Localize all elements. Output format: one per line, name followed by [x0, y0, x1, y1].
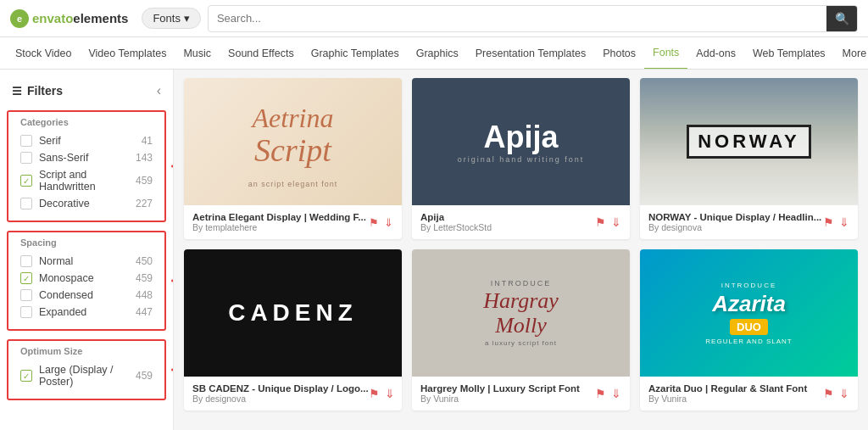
nav-item-photos[interactable]: Photos [594, 37, 644, 70]
filter-item-normal[interactable]: Normal 450 [20, 253, 153, 270]
card-norway-info: NORWAY - Unique Display / Headlin... By … [640, 205, 858, 239]
apija-display-text: Apija [458, 120, 585, 155]
chevron-down-icon: ▾ [184, 12, 190, 25]
search-bar: 🔍 [208, 5, 858, 32]
azarita-introduce-text: INTRODUCE [705, 282, 792, 289]
sidebar-title: ☰ Filters [12, 84, 63, 98]
cadenz-display-text: CADENZ [228, 299, 358, 327]
optimum-size-arrow-annotation: ➜ [170, 360, 174, 379]
filter-item-expanded[interactable]: Expanded 447 [20, 304, 153, 321]
azarita-display-text: Azarita [705, 291, 792, 317]
decorative-checkbox[interactable] [20, 198, 32, 209]
azarita-download-button[interactable]: ⇓ [839, 387, 849, 400]
card-apija-image: Apija original hand writing font [412, 78, 630, 205]
azarita-bookmark-button[interactable]: ⚑ [823, 387, 834, 400]
expanded-checkbox[interactable] [20, 306, 32, 318]
condensed-label: Condensed [39, 289, 93, 301]
monospace-count: 459 [136, 272, 153, 284]
search-button[interactable]: 🔍 [826, 5, 857, 32]
cadenz-bookmark-button[interactable]: ⚑ [369, 387, 380, 400]
spacing-arrow-annotation: ➜ [170, 271, 174, 290]
cadenz-download-button[interactable]: ⇓ [385, 387, 395, 400]
nav-item-graphic-templates[interactable]: Graphic Templates [303, 37, 408, 70]
nav-item-more-categories[interactable]: More Categories [834, 37, 868, 70]
condensed-count: 448 [136, 289, 153, 301]
monospace-checkbox[interactable]: ✓ [20, 272, 32, 284]
nav-bar: Stock Video Video Templates Music Sound … [0, 37, 868, 70]
filter-item-large-display[interactable]: ✓ Large (Display / Poster) 459 [20, 361, 153, 390]
hargray-bookmark-button[interactable]: ⚑ [595, 387, 606, 400]
card-aetrina-info: Aetrina Elegant Display | Wedding F... B… [184, 205, 402, 239]
category-label: Fonts [153, 12, 181, 25]
aetrina-bookmark-button[interactable]: ⚑ [369, 216, 379, 229]
large-display-checkbox[interactable]: ✓ [20, 370, 32, 382]
serif-label: Serif [39, 135, 61, 147]
search-input[interactable] [209, 12, 826, 25]
hargray-title: Hargrey Molly | Luxury Script Font [420, 383, 595, 394]
azarita-author: By Vunira [648, 394, 823, 404]
sans-serif-checkbox[interactable] [20, 152, 32, 164]
sans-serif-label: Sans-Serif [39, 152, 88, 164]
filter-item-script[interactable]: ✓ Script and Handwritten 459 [20, 166, 153, 195]
nav-item-addons[interactable]: Add-ons [687, 37, 744, 70]
filter-lines-icon: ☰ [12, 85, 22, 98]
content-area: AetrinaScript an script elegant font Aet… [174, 70, 868, 430]
card-hargray-image: INTRODUCE HargrayMolly a luxury script f… [412, 249, 630, 377]
apija-download-button[interactable]: ⇓ [611, 215, 621, 229]
card-hargray: INTRODUCE HargrayMolly a luxury script f… [412, 249, 630, 410]
script-label: Script and Handwritten [39, 169, 136, 193]
decorative-label: Decorative [39, 198, 90, 209]
card-aetrina: AetrinaScript an script elegant font Aet… [184, 78, 402, 239]
aetrina-download-button[interactable]: ⇓ [384, 216, 393, 229]
hargray-download-button[interactable]: ⇓ [611, 387, 621, 400]
normal-checkbox[interactable] [20, 255, 32, 267]
nav-item-graphics[interactable]: Graphics [408, 37, 467, 70]
nav-item-sound-effects[interactable]: Sound Effects [220, 37, 303, 70]
apija-bookmark-button[interactable]: ⚑ [595, 215, 606, 229]
card-aetrina-image: AetrinaScript an script elegant font [184, 78, 402, 205]
filter-item-serif[interactable]: Serif 41 [20, 132, 153, 149]
card-norway-image: NORWAY [640, 78, 858, 205]
nav-item-presentation-templates[interactable]: Presentation Templates [467, 37, 594, 70]
script-count: 459 [136, 175, 153, 187]
collapse-sidebar-button[interactable]: ‹ [157, 83, 161, 98]
card-azarita-info: Azarita Duo | Regular & Slant Font By Vu… [640, 377, 858, 410]
azarita-duo-badge: DUO [730, 319, 768, 335]
hargray-author: By Vunira [420, 394, 595, 404]
card-cadenz: CADENZ SB CADENZ - Unique Display / Logo… [184, 249, 402, 410]
nav-item-music[interactable]: Music [175, 37, 220, 70]
filter-item-sans-serif[interactable]: Sans-Serif 143 [20, 149, 153, 166]
sans-serif-count: 143 [136, 152, 153, 164]
filter-section-categories: Categories Serif 41 Sans-Serif 143 ✓ Scr… [7, 110, 166, 222]
aetrina-title: Aetrina Elegant Display | Wedding F... [192, 212, 369, 222]
hargray-introduce-text: INTRODUCE [483, 279, 559, 288]
header: e envatoelements Fonts ▾ 🔍 [0, 0, 868, 37]
main-layout: ☰ Filters ‹ Categories Serif 41 Sans-Ser… [0, 70, 868, 430]
card-norway: NORWAY NORWAY - Unique Display / Headlin… [640, 78, 858, 239]
azarita-title: Azarita Duo | Regular & Slant Font [648, 383, 823, 394]
nav-item-fonts[interactable]: Fonts [644, 37, 687, 70]
norway-display-text: NORWAY [687, 125, 811, 159]
condensed-checkbox[interactable] [20, 289, 32, 301]
filter-section-spacing: Spacing Normal 450 ✓ Monospace 459 Conde… [7, 231, 166, 331]
categories-section-title: Categories [20, 117, 153, 127]
nav-item-web-templates[interactable]: Web Templates [744, 37, 834, 70]
azarita-tagline: REGULER AND SLANT [705, 338, 792, 345]
nav-item-stock-video[interactable]: Stock Video [7, 37, 80, 70]
monospace-label: Monospace [39, 272, 94, 284]
norway-bookmark-button[interactable]: ⚑ [823, 215, 834, 229]
nav-item-video-templates[interactable]: Video Templates [80, 37, 175, 70]
norway-download-button[interactable]: ⇓ [839, 215, 849, 229]
category-selector[interactable]: Fonts ▾ [142, 8, 201, 29]
aetrina-sub-text: an script elegant font [244, 180, 342, 188]
filter-item-condensed[interactable]: Condensed 448 [20, 287, 153, 304]
filter-item-decorative[interactable]: Decorative 227 [20, 195, 153, 212]
script-checkbox[interactable]: ✓ [20, 175, 32, 187]
logo[interactable]: e envatoelements [10, 9, 128, 28]
card-apija: Apija original hand writing font Apija B… [412, 78, 630, 239]
filter-item-monospace[interactable]: ✓ Monospace 459 [20, 270, 153, 287]
serif-checkbox[interactable] [20, 135, 32, 147]
apija-sub-text: original hand writing font [458, 155, 585, 164]
card-cadenz-info: SB CADENZ - Unique Display / Logo... By … [184, 377, 402, 410]
font-grid: AetrinaScript an script elegant font Aet… [184, 78, 858, 410]
